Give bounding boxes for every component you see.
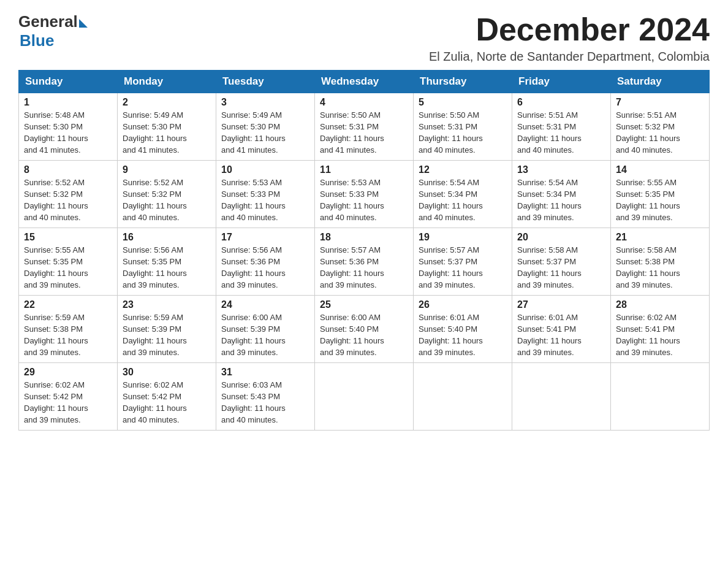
location-title: El Zulia, Norte de Santander Department,… xyxy=(429,50,710,64)
day-number: 20 xyxy=(517,232,605,243)
day-info: Sunrise: 5:58 AMSunset: 5:38 PMDaylight:… xyxy=(616,245,704,291)
page-header: General Blue December 2024 El Zulia, Nor… xyxy=(18,12,710,64)
calendar-cell: 31Sunrise: 6:03 AMSunset: 5:43 PMDayligh… xyxy=(216,363,315,431)
day-number: 29 xyxy=(24,367,112,378)
day-info: Sunrise: 5:53 AMSunset: 5:33 PMDaylight:… xyxy=(320,177,408,223)
weekday-header-sunday: Sunday xyxy=(19,71,118,93)
calendar-cell: 17Sunrise: 5:56 AMSunset: 5:36 PMDayligh… xyxy=(216,228,315,296)
day-number: 2 xyxy=(123,97,211,108)
calendar-cell: 10Sunrise: 5:53 AMSunset: 5:33 PMDayligh… xyxy=(216,161,315,228)
day-number: 15 xyxy=(24,232,112,243)
calendar-week-5: 29Sunrise: 6:02 AMSunset: 5:42 PMDayligh… xyxy=(19,363,710,431)
day-info: Sunrise: 5:59 AMSunset: 5:38 PMDaylight:… xyxy=(24,312,112,358)
day-number: 8 xyxy=(24,164,112,175)
day-info: Sunrise: 6:02 AMSunset: 5:41 PMDaylight:… xyxy=(616,312,704,358)
calendar-cell: 20Sunrise: 5:58 AMSunset: 5:37 PMDayligh… xyxy=(512,228,611,296)
calendar-week-1: 1Sunrise: 5:48 AMSunset: 5:30 PMDaylight… xyxy=(19,93,710,161)
day-number: 24 xyxy=(221,299,309,310)
day-number: 10 xyxy=(221,164,309,175)
calendar-cell: 19Sunrise: 5:57 AMSunset: 5:37 PMDayligh… xyxy=(414,228,512,296)
weekday-header-thursday: Thursday xyxy=(414,71,512,93)
calendar-cell: 22Sunrise: 5:59 AMSunset: 5:38 PMDayligh… xyxy=(19,296,118,363)
day-info: Sunrise: 5:53 AMSunset: 5:33 PMDaylight:… xyxy=(221,177,309,223)
calendar-cell: 18Sunrise: 5:57 AMSunset: 5:36 PMDayligh… xyxy=(315,228,414,296)
day-number: 11 xyxy=(320,164,408,175)
calendar-cell: 15Sunrise: 5:55 AMSunset: 5:35 PMDayligh… xyxy=(19,228,118,296)
day-info: Sunrise: 5:48 AMSunset: 5:30 PMDaylight:… xyxy=(24,110,112,156)
calendar-cell: 26Sunrise: 6:01 AMSunset: 5:40 PMDayligh… xyxy=(414,296,512,363)
day-number: 5 xyxy=(419,97,507,108)
calendar-cell: 1Sunrise: 5:48 AMSunset: 5:30 PMDaylight… xyxy=(19,93,118,161)
day-info: Sunrise: 5:51 AMSunset: 5:32 PMDaylight:… xyxy=(616,110,704,156)
day-number: 22 xyxy=(24,299,112,310)
day-info: Sunrise: 5:52 AMSunset: 5:32 PMDaylight:… xyxy=(24,177,112,223)
calendar-cell: 8Sunrise: 5:52 AMSunset: 5:32 PMDaylight… xyxy=(19,161,118,228)
day-info: Sunrise: 5:54 AMSunset: 5:34 PMDaylight:… xyxy=(419,177,507,223)
day-info: Sunrise: 5:51 AMSunset: 5:31 PMDaylight:… xyxy=(517,110,605,156)
logo-blue-text: Blue xyxy=(20,31,88,50)
calendar-cell: 24Sunrise: 6:00 AMSunset: 5:39 PMDayligh… xyxy=(216,296,315,363)
calendar-cell: 16Sunrise: 5:56 AMSunset: 5:35 PMDayligh… xyxy=(118,228,216,296)
calendar-cell: 14Sunrise: 5:55 AMSunset: 5:35 PMDayligh… xyxy=(611,161,710,228)
day-number: 3 xyxy=(221,97,309,108)
calendar-cell xyxy=(512,363,611,431)
calendar-cell: 9Sunrise: 5:52 AMSunset: 5:32 PMDaylight… xyxy=(118,161,216,228)
weekday-header-wednesday: Wednesday xyxy=(315,71,414,93)
logo-general-text: General xyxy=(18,12,78,31)
day-number: 27 xyxy=(517,299,605,310)
day-info: Sunrise: 6:02 AMSunset: 5:42 PMDaylight:… xyxy=(123,380,211,426)
calendar-cell: 4Sunrise: 5:50 AMSunset: 5:31 PMDaylight… xyxy=(315,93,414,161)
day-number: 19 xyxy=(419,232,507,243)
day-info: Sunrise: 5:54 AMSunset: 5:34 PMDaylight:… xyxy=(517,177,605,223)
day-info: Sunrise: 5:49 AMSunset: 5:30 PMDaylight:… xyxy=(123,110,211,156)
calendar-cell xyxy=(315,363,414,431)
calendar-week-3: 15Sunrise: 5:55 AMSunset: 5:35 PMDayligh… xyxy=(19,228,710,296)
weekday-header-tuesday: Tuesday xyxy=(216,71,315,93)
calendar-cell: 11Sunrise: 5:53 AMSunset: 5:33 PMDayligh… xyxy=(315,161,414,228)
calendar-cell xyxy=(414,363,512,431)
day-number: 4 xyxy=(320,97,408,108)
day-number: 18 xyxy=(320,232,408,243)
day-info: Sunrise: 5:50 AMSunset: 5:31 PMDaylight:… xyxy=(320,110,408,156)
month-title: December 2024 xyxy=(429,12,710,47)
day-number: 17 xyxy=(221,232,309,243)
day-info: Sunrise: 5:55 AMSunset: 5:35 PMDaylight:… xyxy=(24,245,112,291)
day-info: Sunrise: 6:00 AMSunset: 5:40 PMDaylight:… xyxy=(320,312,408,358)
calendar-cell: 23Sunrise: 5:59 AMSunset: 5:39 PMDayligh… xyxy=(118,296,216,363)
day-number: 28 xyxy=(616,299,704,310)
day-number: 1 xyxy=(24,97,112,108)
day-info: Sunrise: 6:00 AMSunset: 5:39 PMDaylight:… xyxy=(221,312,309,358)
logo-triangle-icon xyxy=(79,19,88,28)
day-info: Sunrise: 5:49 AMSunset: 5:30 PMDaylight:… xyxy=(221,110,309,156)
day-info: Sunrise: 5:55 AMSunset: 5:35 PMDaylight:… xyxy=(616,177,704,223)
calendar-cell: 2Sunrise: 5:49 AMSunset: 5:30 PMDaylight… xyxy=(118,93,216,161)
calendar-cell: 6Sunrise: 5:51 AMSunset: 5:31 PMDaylight… xyxy=(512,93,611,161)
day-info: Sunrise: 6:02 AMSunset: 5:42 PMDaylight:… xyxy=(24,380,112,426)
day-info: Sunrise: 5:50 AMSunset: 5:31 PMDaylight:… xyxy=(419,110,507,156)
day-number: 31 xyxy=(221,367,309,378)
calendar-cell: 7Sunrise: 5:51 AMSunset: 5:32 PMDaylight… xyxy=(611,93,710,161)
day-number: 14 xyxy=(616,164,704,175)
day-number: 21 xyxy=(616,232,704,243)
calendar-cell xyxy=(611,363,710,431)
day-number: 13 xyxy=(517,164,605,175)
calendar-cell: 27Sunrise: 6:01 AMSunset: 5:41 PMDayligh… xyxy=(512,296,611,363)
calendar-cell: 13Sunrise: 5:54 AMSunset: 5:34 PMDayligh… xyxy=(512,161,611,228)
weekday-header-friday: Friday xyxy=(512,71,611,93)
logo: General Blue xyxy=(18,12,88,50)
day-number: 26 xyxy=(419,299,507,310)
calendar-cell: 25Sunrise: 6:00 AMSunset: 5:40 PMDayligh… xyxy=(315,296,414,363)
day-number: 25 xyxy=(320,299,408,310)
calendar-table: SundayMondayTuesdayWednesdayThursdayFrid… xyxy=(18,70,710,431)
day-number: 6 xyxy=(517,97,605,108)
day-number: 12 xyxy=(419,164,507,175)
calendar-cell: 12Sunrise: 5:54 AMSunset: 5:34 PMDayligh… xyxy=(414,161,512,228)
day-number: 16 xyxy=(123,232,211,243)
day-info: Sunrise: 6:01 AMSunset: 5:40 PMDaylight:… xyxy=(419,312,507,358)
calendar-header-row: SundayMondayTuesdayWednesdayThursdayFrid… xyxy=(19,71,710,93)
day-info: Sunrise: 5:58 AMSunset: 5:37 PMDaylight:… xyxy=(517,245,605,291)
day-info: Sunrise: 6:01 AMSunset: 5:41 PMDaylight:… xyxy=(517,312,605,358)
day-number: 30 xyxy=(123,367,211,378)
day-info: Sunrise: 5:56 AMSunset: 5:35 PMDaylight:… xyxy=(123,245,211,291)
calendar-cell: 30Sunrise: 6:02 AMSunset: 5:42 PMDayligh… xyxy=(118,363,216,431)
